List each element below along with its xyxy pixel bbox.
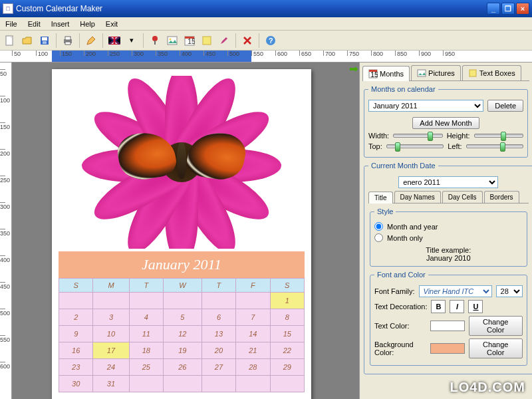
day-cell[interactable]: [93, 293, 129, 309]
current-month-select[interactable]: enero 2011: [398, 176, 498, 188]
day-cell[interactable]: 9: [59, 326, 93, 342]
add-new-month-button[interactable]: Add New Month: [412, 117, 479, 129]
day-cell[interactable]: 24: [93, 359, 129, 376]
day-cell[interactable]: 3: [93, 309, 129, 326]
menu-exit[interactable]: Exit: [100, 19, 123, 29]
tab-textboxes[interactable]: Text Boxes: [462, 65, 521, 80]
help-icon[interactable]: ?: [263, 33, 278, 48]
calendar-title[interactable]: January 2011: [59, 251, 305, 278]
flag-dropdown-icon[interactable]: ▾: [124, 33, 139, 48]
day-cell[interactable]: 29: [270, 359, 304, 376]
pin-icon[interactable]: [148, 33, 162, 48]
menu-file[interactable]: File: [0, 19, 23, 29]
day-cell[interactable]: [201, 293, 235, 309]
tab-months[interactable]: 15Months: [362, 66, 410, 81]
work-area: 50100150200250300350400450500550600: [0, 63, 359, 399]
delete-button[interactable]: Delete: [487, 100, 523, 112]
day-cell[interactable]: 12: [163, 326, 201, 342]
day-cell[interactable]: 11: [129, 326, 163, 342]
print-button[interactable]: [61, 33, 75, 48]
underline-button[interactable]: U: [468, 300, 483, 313]
day-cell[interactable]: 19: [163, 342, 201, 359]
note-icon[interactable]: [200, 33, 214, 48]
day-cell[interactable]: 20: [201, 342, 235, 359]
day-cell[interactable]: 21: [236, 342, 270, 359]
panel-arrow-icon[interactable]: ➡: [349, 63, 358, 75]
day-cell[interactable]: 26: [163, 359, 201, 376]
italic-button[interactable]: I: [450, 300, 464, 313]
menu-help[interactable]: Help: [74, 19, 100, 29]
day-cell[interactable]: 6: [201, 309, 235, 326]
day-cell[interactable]: 23: [59, 359, 93, 376]
day-cell[interactable]: [59, 293, 93, 309]
day-cell[interactable]: 30: [59, 376, 93, 392]
open-button[interactable]: [20, 33, 35, 48]
subtab-daycells[interactable]: Day Cells: [442, 191, 483, 203]
day-cell[interactable]: [163, 293, 201, 309]
height-slider[interactable]: [474, 134, 523, 138]
day-cell[interactable]: 31: [93, 376, 129, 392]
save-button[interactable]: [37, 33, 52, 48]
font-family-select[interactable]: Viner Hand ITC: [419, 285, 492, 297]
subtab-title[interactable]: Title: [368, 192, 393, 203]
tab-pictures[interactable]: Pictures: [411, 65, 461, 80]
left-label: Left:: [448, 142, 462, 150]
canvas[interactable]: January 2011 SMTWTFS 1234567891011121314…: [12, 63, 359, 399]
new-button[interactable]: [3, 33, 17, 48]
day-cell[interactable]: [236, 293, 270, 309]
calendar-photo[interactable]: [59, 76, 305, 249]
close-button[interactable]: ×: [516, 3, 529, 15]
change-text-color-button[interactable]: Change Color: [469, 316, 523, 336]
day-cell[interactable]: 22: [270, 342, 304, 359]
font-size-select[interactable]: 28: [496, 285, 523, 297]
flag-icon[interactable]: [107, 33, 122, 48]
radio-month-only[interactable]: [374, 233, 383, 242]
minimize-button[interactable]: _: [487, 3, 500, 15]
day-cell[interactable]: 17: [93, 342, 129, 359]
pencil-icon[interactable]: [84, 33, 98, 48]
bold-button[interactable]: B: [431, 300, 446, 313]
day-cell[interactable]: 18: [129, 342, 163, 359]
day-cell[interactable]: 4: [129, 309, 163, 326]
day-cell[interactable]: 10: [93, 326, 129, 342]
calendar-page[interactable]: January 2011 SMTWTFS 1234567891011121314…: [52, 69, 311, 399]
left-slider[interactable]: [466, 144, 523, 148]
day-cell[interactable]: [201, 376, 235, 392]
menu-insert[interactable]: Insert: [46, 19, 75, 29]
day-cell[interactable]: [236, 376, 270, 392]
day-cell[interactable]: 16: [59, 342, 93, 359]
month-select[interactable]: January 2011: [368, 100, 483, 112]
day-cell[interactable]: 8: [270, 309, 304, 326]
day-cell[interactable]: 27: [201, 359, 235, 376]
image-icon[interactable]: [165, 33, 180, 48]
day-cell[interactable]: [163, 376, 201, 392]
day-cell[interactable]: 5: [163, 309, 201, 326]
svg-rect-19: [203, 37, 211, 45]
svg-rect-2: [42, 37, 47, 41]
width-slider[interactable]: [393, 134, 442, 138]
top-slider[interactable]: [386, 144, 444, 148]
day-cell[interactable]: [129, 293, 163, 309]
day-cell[interactable]: 28: [236, 359, 270, 376]
months-legend: Months on calendar: [368, 85, 438, 93]
calendar-icon[interactable]: 15: [182, 33, 197, 48]
day-cell[interactable]: 1: [270, 293, 304, 309]
day-cell[interactable]: 2: [59, 309, 93, 326]
subtab-borders[interactable]: Borders: [484, 191, 519, 203]
change-bg-color-button[interactable]: Change Color: [469, 338, 523, 358]
brush-icon[interactable]: [217, 33, 231, 48]
menu-edit[interactable]: Edit: [23, 19, 46, 29]
day-cell[interactable]: 15: [270, 326, 304, 342]
day-cell[interactable]: 7: [236, 309, 270, 326]
delete-icon[interactable]: [240, 33, 255, 48]
day-cell[interactable]: [129, 376, 163, 392]
subtab-daynames[interactable]: Day Names: [394, 191, 441, 203]
radio-month-year[interactable]: [374, 222, 383, 231]
day-cell[interactable]: 14: [236, 326, 270, 342]
calendar-grid[interactable]: SMTWTFS 12345678910111213141516171819202…: [59, 278, 305, 392]
maximize-button[interactable]: ❐: [501, 3, 515, 15]
day-cell[interactable]: 13: [201, 326, 235, 342]
day-cell[interactable]: 25: [129, 359, 163, 376]
right-panel: 15Months Pictures Text Boxes Months on c…: [359, 63, 532, 399]
day-cell[interactable]: [270, 376, 304, 392]
